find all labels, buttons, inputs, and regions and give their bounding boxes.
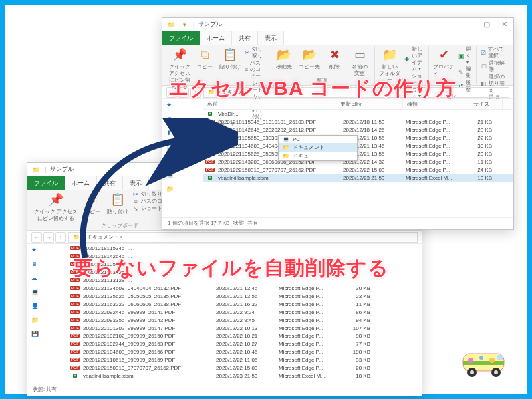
select-all-button[interactable]: ☑すべて選択 [481,46,507,59]
pdf-icon: PDF [71,309,79,315]
popup-item[interactable]: 💻PC [279,136,357,143]
cell-type: Microsoft Edge P... [275,333,344,339]
cell-type: Microsoft Edge P... [275,309,344,315]
maximize-button[interactable]: ▢ [481,20,492,29]
file-row[interactable]: PDF20201218115346_01010101_26103.PDF2020… [203,118,513,126]
cell-type: Microsoft Edge P... [275,341,344,347]
file-row[interactable]: PDF20201222104608_999999_26156.PDF2020/1… [68,348,422,356]
cell-name: 20201221135626_05050505_26135.PDF [79,293,212,299]
nav-pane[interactable]: ★ 🖥 ☁ 💻 👤 📁 💾 [27,244,68,384]
cell-size: 11 KB [344,301,374,307]
file-row[interactable]: XVbaDir... [203,110,513,118]
tab-home[interactable]: ホーム [200,31,232,45]
status-share: 状態: 共有 [33,386,57,393]
popup-item[interactable]: 📁ドキュ [279,152,357,160]
titlebar[interactable]: 📁 ▾ | サンプル — ▢ ✕ [162,18,513,31]
file-row[interactable]: PDF20201222092446_999999_26141.PDF2020/1… [68,308,422,316]
cell-date: 2020/12/22 10:27 [212,341,275,347]
pdf-icon: PDF [71,332,79,339]
cut-button[interactable]: ✂切り取り [245,46,265,59]
drive-icon[interactable]: 💾 [31,331,41,340]
pdf-icon: PDF [71,317,79,323]
svg-rect-8 [497,355,503,360]
cell-name: vbadirkillsample.xlsm [79,373,212,379]
svg-point-4 [494,370,498,374]
window-controls: — ▢ ✕ [464,20,509,29]
properties-button[interactable]: ✔プロパティ [433,46,454,77]
file-row[interactable]: PDF20201222102102_999999_26150.PDF2020/1… [68,332,422,340]
cell-date: 2020/12/23 21:53 [339,175,402,181]
file-row[interactable]: PDF20201222150318_07070707_26162.PDF2020… [203,166,513,174]
tab-view[interactable]: 表示 [258,31,284,45]
cell-date: 2020/12/22 10:13 [212,325,275,331]
user-icon[interactable]: 👤 [31,303,41,312]
newitem-button[interactable]: ✚新しいアイテム ▾ [404,46,424,72]
pc-icon[interactable]: 💻 [31,289,41,298]
selectall-icon: ☑ [481,49,486,56]
file-row[interactable]: PDF20201221105650_03030303_26123.PDF2020… [203,134,513,142]
cell-size: 98 KB [344,333,374,339]
fwd-button[interactable]: → [43,232,54,243]
minimize-button[interactable]: — [464,20,475,29]
svg-point-5 [468,358,473,363]
open-button[interactable]: ▣開く ▾ [458,46,472,65]
copyto-button[interactable]: 📂コピー先 [299,46,320,70]
file-row[interactable]: PDF20201218142646_02020202_26112.PDF2020… [203,126,513,134]
cell-name: 20201222102102_999999_26150.PDF [79,333,212,339]
col-size[interactable]: サイズ [469,99,503,109]
cell-date: 2020/12/21 13:56 [212,293,275,299]
rename-icon: ▭ [351,46,368,63]
down-icon: ▾ [180,20,189,29]
desktop-icon[interactable]: 🖥 [31,261,41,270]
folder-icon[interactable]: 📁 [31,317,41,326]
close-button[interactable]: ✕ [499,20,509,29]
tab-share[interactable]: 共有 [232,31,258,45]
cell-name: 20201222104608_999999_26156.PDF [79,349,212,355]
copy-button[interactable]: ⧉コピー [194,46,215,70]
folder-icon: 📁 [31,165,41,174]
file-row[interactable]: PDF20201222110616_999999_26159.PDF2020/1… [68,356,422,364]
back-button[interactable]: ← [31,232,42,243]
file-row[interactable]: PDF20201222101302_999999_26147.PDF2020/1… [68,324,422,332]
paste-button[interactable]: 📋貼り付け [219,46,241,70]
cell-date: 2020/12/18 14:26 [339,127,402,133]
file-row[interactable]: PDF20201222093356_999999_26143.PDF2020/1… [68,316,422,324]
file-row[interactable]: PDF20201222102744_999999_26153.PDF2020/1… [68,340,422,348]
cell-name: 20201222093356_999999_26143.PDF [79,317,212,323]
select-none-button[interactable]: ☐選択解除 [481,60,507,73]
quickaccess-icon[interactable]: ★ [31,247,41,256]
cell-size: 23 KB [344,293,374,299]
file-row[interactable]: PDF20201221135626_05050505_26135.PDF2020… [68,292,422,300]
svg-point-6 [479,356,483,360]
cell-size: 30 KB [466,143,496,149]
quickaccess-icon[interactable]: ★ [166,102,176,111]
up-button[interactable]: ↑ [55,232,66,243]
cell-size: 22 KB [466,135,496,141]
onedrive-icon[interactable]: ☁ [31,275,41,284]
moveto-button[interactable]: 📂移動先 [273,46,295,70]
cell-name: 20201221163222_06060606_26138.PDF [79,301,212,307]
file-row[interactable]: PDF20201221134608_04040404_26132.PDF2020… [68,284,422,292]
properties-icon: ✔ [435,46,452,63]
file-row[interactable]: PDF20201222143200_06060606_26152.PDF2020… [203,158,513,166]
selectnone-icon: ☐ [481,63,487,70]
file-list: 名前 更新日時 種類 サイズ XVbaDir...PDF202012181153… [203,99,513,217]
tab-file[interactable]: ファイル [27,176,65,190]
pdf-icon: PDF [71,340,79,347]
pdf-icon: PDF [71,364,79,371]
popup-item[interactable]: 📁ドキュメント [279,143,357,152]
file-row[interactable]: PDF20201221135626_05050505_26135.PDF2020… [203,150,513,158]
cell-type: Microsoft Edge P... [275,365,344,371]
cell-name: 20201222101302_999999_26147.PDF [79,325,212,331]
edit-button[interactable]: ✎編集 [458,66,472,79]
rename-button[interactable]: ▭名前の 変更 [349,46,370,77]
file-row[interactable]: PDF20201221134608_04040404_26132.PDF2020… [203,142,513,150]
file-row[interactable]: PDF20201222150318_07070707_26162.PDF2020… [68,364,422,372]
delete-button[interactable]: ✖削除 [324,46,345,70]
tab-file[interactable]: ファイル [162,31,200,45]
file-row[interactable]: Xvbadirkillsample.xlsm2020/12/23 21:53Mi… [68,372,422,380]
excel-icon: X [71,372,79,379]
file-row[interactable]: Xvbadirkillsample.xlsm2020/12/23 21:53Mi… [203,174,513,182]
file-row[interactable]: PDF20201221163222_06060606_26138.PDF2020… [68,300,422,308]
headline-text: エクセル VBA コードの作り方 [168,75,456,102]
